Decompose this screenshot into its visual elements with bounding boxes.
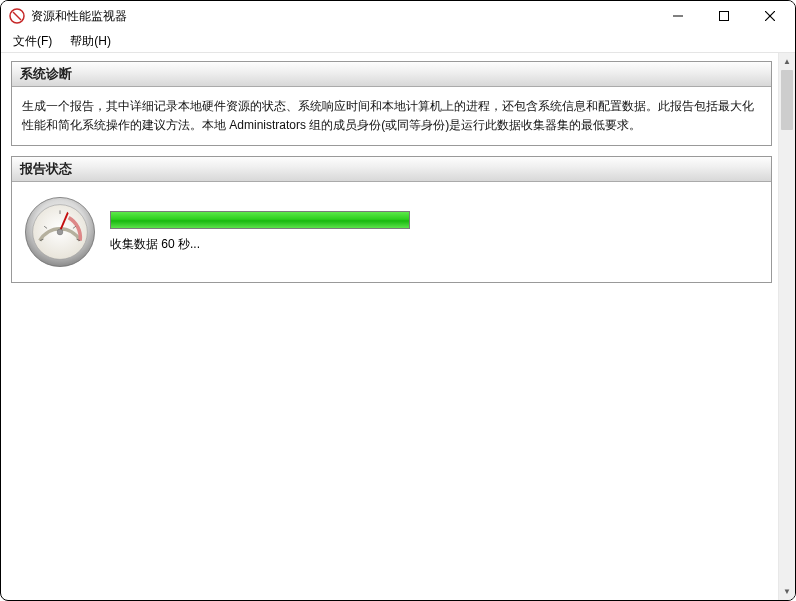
scrollbar-up-arrow[interactable]: ▲: [779, 53, 795, 70]
progress-text: 收集数据 60 秒...: [110, 235, 759, 254]
close-button[interactable]: [747, 1, 793, 31]
app-icon: [9, 8, 25, 24]
progress-bar: [110, 211, 410, 229]
gauge-icon: [24, 196, 96, 268]
progress-container: 收集数据 60 秒...: [110, 211, 759, 254]
panel-report-status: 报告状态: [11, 156, 772, 283]
svg-point-14: [57, 229, 63, 235]
minimize-button[interactable]: [655, 1, 701, 31]
menu-help[interactable]: 帮助(H): [64, 31, 117, 52]
svg-line-1: [13, 12, 21, 20]
panel-header-status: 报告状态: [12, 157, 771, 182]
content-wrapper: 系统诊断 生成一个报告，其中详细记录本地硬件资源的状态、系统响应时间和本地计算机…: [1, 53, 795, 600]
window-title: 资源和性能监视器: [31, 8, 127, 25]
content-area: 系统诊断 生成一个报告，其中详细记录本地硬件资源的状态、系统响应时间和本地计算机…: [1, 53, 778, 600]
maximize-button[interactable]: [701, 1, 747, 31]
scrollbar-down-arrow[interactable]: ▼: [779, 583, 795, 600]
panel-system-diagnostics: 系统诊断 生成一个报告，其中详细记录本地硬件资源的状态、系统响应时间和本地计算机…: [11, 61, 772, 146]
menu-file[interactable]: 文件(F): [7, 31, 58, 52]
titlebar: 资源和性能监视器: [1, 1, 795, 31]
menubar: 文件(F) 帮助(H): [1, 31, 795, 53]
panel-body-diag: 生成一个报告，其中详细记录本地硬件资源的状态、系统响应时间和本地计算机上的进程，…: [12, 87, 771, 145]
scrollbar-thumb[interactable]: [781, 70, 793, 130]
panel-body-status: 收集数据 60 秒...: [12, 182, 771, 282]
progress-fill: [111, 212, 409, 228]
svg-rect-3: [720, 12, 729, 21]
vertical-scrollbar[interactable]: ▲ ▼: [778, 53, 795, 600]
panel-header-diag: 系统诊断: [12, 62, 771, 87]
